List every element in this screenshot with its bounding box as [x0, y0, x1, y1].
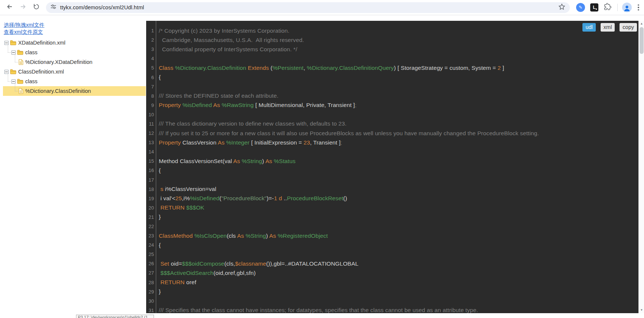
code-line-text: /// If you set it to 25 or more for a ne…	[154, 130, 539, 137]
code-line: 19 i val'<25,i%%isDefined("ProcedureBloc…	[146, 194, 638, 203]
code-line: 15Method ClassVersionSet(val As %String)…	[146, 156, 638, 166]
code-token: $$$oidCompose	[182, 260, 224, 267]
tree-node-label: XDataDefinition.xml	[18, 38, 65, 48]
code-token: }	[159, 214, 161, 220]
site-settings-icon[interactable]	[50, 4, 56, 11]
address-bar[interactable]: ttykx.com/demos/cos/xml2Udl.html	[46, 2, 570, 13]
puzzle-icon	[604, 3, 611, 12]
code-token: 25	[175, 195, 182, 201]
collapse-minus-icon[interactable]	[4, 70, 9, 74]
extensions-button[interactable]	[602, 1, 614, 13]
line-number: 12	[146, 130, 154, 136]
line-number: 11	[146, 121, 154, 127]
tree-connector	[12, 57, 19, 67]
scroll-down-icon[interactable]: ▼	[639, 308, 644, 313]
browser-menu-button[interactable]	[635, 2, 642, 13]
tree-node-class[interactable]: class	[3, 77, 146, 86]
code-token: Cambridge, Massachusetts, U.S.A. All rig…	[159, 37, 304, 43]
code-token: ()),gbl=..#DATALOCATIONGLOBAL	[266, 260, 358, 267]
udl-button[interactable]: udl	[582, 23, 595, 32]
code-line: 25	[146, 250, 638, 259]
code-token: %String	[246, 233, 266, 239]
sidebar: 选择/拖拽xml文件 查看xml文件原文 XDataDefinition.xml…	[0, 16, 146, 318]
code-line: 30	[146, 296, 638, 306]
code-token: ]	[501, 65, 504, 71]
code-line: 9Property %isDefined As %RawString [ Mul…	[146, 101, 638, 110]
code-scrollbar[interactable]: ▲ ▼	[638, 21, 644, 313]
code-token: As	[265, 158, 272, 164]
back-button[interactable]	[4, 1, 16, 13]
code-line-text: Set oid=$$$oidCompose(cls,$classname()),…	[154, 260, 358, 267]
forward-button[interactable]	[17, 1, 29, 13]
code-token: "ProcedureBlock"	[221, 195, 267, 201]
tree-connector	[4, 48, 12, 57]
l-extension-icon[interactable]: L	[590, 3, 598, 12]
code-token: As	[218, 139, 224, 146]
code-token: oid=	[169, 260, 182, 267]
code-line: 23ClassMethod %IsClsOpen(cls As %String)…	[146, 231, 638, 240]
tree-node-label: class	[25, 48, 37, 57]
view-xml-source-link[interactable]: 查看xml文件原文	[4, 29, 43, 36]
line-number: 10	[146, 112, 154, 117]
l-glyph: L	[593, 5, 595, 10]
tree-node--dictionary.xdatadefinition[interactable]: %Dictionary.XDataDefinition	[3, 57, 146, 67]
code-token: %IsClsOpen	[194, 233, 227, 239]
code-line: 28 RETURN oref	[146, 278, 638, 287]
line-number: 6	[146, 75, 154, 80]
reload-button[interactable]	[30, 1, 42, 13]
code-line: 11/// The class dictionary version to de…	[146, 119, 638, 129]
scrollbar-thumb[interactable]	[640, 27, 644, 54]
code-line: 26 Set oid=$$$oidCompose(cls,$classname(…	[146, 259, 638, 268]
code-token: RETURN	[160, 279, 184, 285]
code-token: As	[213, 102, 220, 108]
line-number: 19	[146, 196, 154, 201]
url-text[interactable]: ttykx.com/demos/cos/xml2Udl.html	[60, 4, 558, 10]
code-token: %String	[242, 158, 262, 164]
code-token: (	[269, 65, 273, 71]
tree-node--dictionary.classdefinition[interactable]: %Dictionary.ClassDefinition	[3, 86, 146, 96]
copy-button[interactable]: copy	[620, 23, 637, 32]
xml-button[interactable]: xml	[601, 23, 615, 32]
tree-node-xdatadefinition.xml[interactable]: XDataDefinition.xml	[3, 38, 146, 48]
pencil-extension-icon[interactable]: ✎	[576, 3, 585, 12]
code-token: {	[159, 74, 161, 80]
bookmark-star-icon[interactable]	[558, 3, 565, 12]
line-number: 16	[146, 168, 154, 173]
tree-node-classdefinition.xml[interactable]: ClassDefinition.xml	[3, 67, 146, 77]
code-token: ) [ StorageStrategy = custom, System =	[394, 65, 498, 71]
pencil-glyph: ✎	[579, 5, 582, 10]
select-xml-link[interactable]: 选择/拖拽xml文件	[4, 22, 45, 29]
collapse-minus-icon[interactable]	[4, 41, 9, 45]
xml-file-tree: XDataDefinition.xmlclass%Dictionary.XDat…	[0, 38, 146, 96]
code-token: ..	[282, 195, 287, 201]
code-token: [ InitialExpression =	[250, 139, 304, 146]
code-line: 21}	[146, 212, 638, 222]
code-token: }	[159, 288, 161, 295]
code-line-text: Property ClassVersion As %Integer [ Init…	[154, 139, 342, 146]
code-line: 14	[146, 147, 638, 156]
line-number: 5	[146, 65, 154, 71]
code-token: %Dictionary.ClassDefinitionQuery	[307, 65, 394, 71]
scroll-up-icon[interactable]: ▲	[639, 21, 644, 26]
tree-connector	[4, 77, 12, 86]
tree-node-label: %Dictionary.ClassDefinition	[25, 86, 91, 96]
collapse-minus-icon[interactable]	[12, 51, 16, 55]
code-line: 20 RETURN $$$OK	[146, 203, 638, 212]
line-number: 15	[146, 158, 154, 164]
code-line: 10	[146, 110, 638, 119]
code-token: [ MultiDimensional, Private, Transient ]	[254, 102, 355, 108]
code-token: Method ClassVersionSet(val	[159, 158, 233, 164]
code-token: %isDefined	[190, 195, 219, 201]
code-token: %isDefined	[183, 102, 212, 108]
tree-connector	[4, 57, 12, 67]
back-arrow-icon	[6, 3, 13, 12]
profile-avatar[interactable]	[622, 3, 632, 12]
folder-icon	[10, 69, 16, 74]
line-number: 7	[146, 84, 154, 90]
collapse-minus-icon[interactable]	[12, 80, 16, 84]
code-line: 24{	[146, 240, 638, 250]
tree-node-class[interactable]: class	[3, 48, 146, 57]
code-token: %RawString	[222, 102, 254, 108]
code-token: /// Specifies that the class cannot have…	[159, 307, 478, 313]
browser-toolbar: ttykx.com/demos/cos/xml2Udl.html ✎ L	[0, 0, 644, 15]
